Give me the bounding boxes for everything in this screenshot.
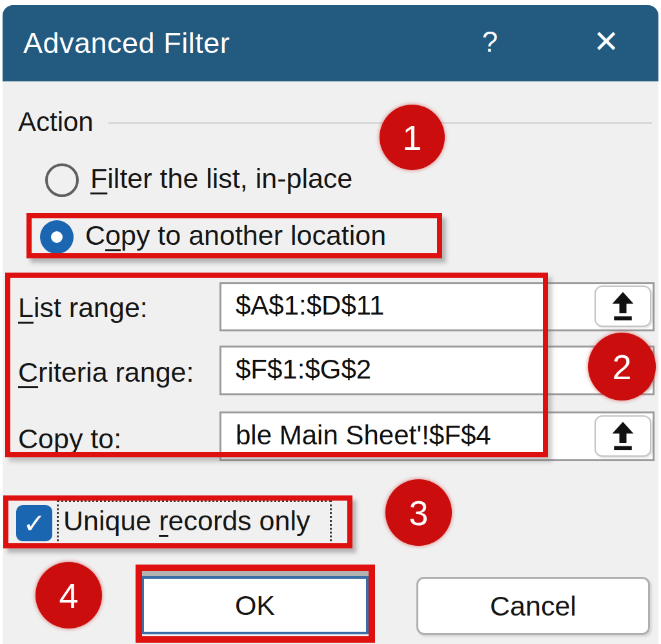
annotation-rect-unique-checkbox [3,495,352,548]
advanced-filter-dialog: Advanced Filter ? ✕ Action Filter the li… [0,0,661,644]
badge-number: 3 [409,493,428,533]
radio-filter-in-place[interactable] [45,163,79,197]
list-range-collapse-button[interactable] [595,286,651,327]
badge-number: 2 [612,347,631,387]
cancel-button[interactable]: Cancel [416,577,650,635]
badge-number: 1 [402,118,422,158]
collapse-dialog-icon [609,420,637,452]
annotation-badge-1: 1 [380,105,445,170]
collapse-dialog-icon [609,290,637,322]
annotation-badge-4: 4 [36,562,102,628]
cancel-button-label: Cancel [490,590,576,622]
group-divider [108,122,652,124]
dialog-title: Advanced Filter [23,5,230,81]
action-group-label: Action [18,107,94,138]
annotation-rect-copy-option [26,213,442,258]
annotation-rect-ranges [5,273,548,457]
copy-to-collapse-button[interactable] [595,415,651,457]
annotation-badge-3: 3 [385,479,452,546]
label-accelerator: F [90,163,107,194]
label-text: ilter the list, in-place [107,163,352,194]
radio-filter-in-place-label[interactable]: Filter the list, in-place [90,163,352,194]
close-icon[interactable]: ✕ [574,5,638,81]
dialog-titlebar[interactable]: Advanced Filter ? ✕ [3,5,658,81]
help-icon[interactable]: ? [461,5,519,81]
annotation-rect-ok-button [136,565,375,643]
annotation-badge-2: 2 [588,333,656,400]
badge-number: 4 [59,576,78,616]
